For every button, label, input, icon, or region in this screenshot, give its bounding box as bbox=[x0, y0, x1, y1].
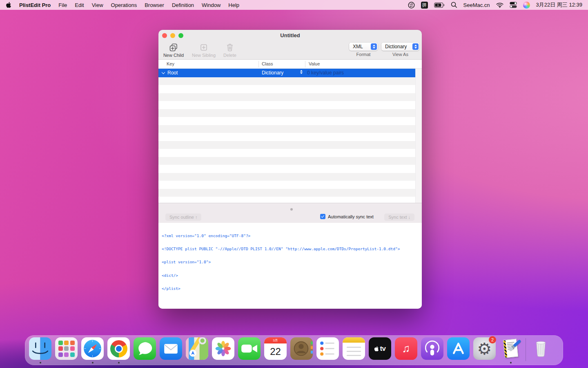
xml-line: <dict/> bbox=[162, 274, 419, 278]
menu-operations[interactable]: Operations bbox=[111, 2, 137, 8]
new-sibling-button[interactable]: New Sibling bbox=[191, 43, 217, 58]
tv-label: tv bbox=[380, 345, 385, 353]
dock-tv[interactable]: tv bbox=[369, 337, 391, 364]
disclosure-triangle-icon[interactable] bbox=[162, 71, 165, 74]
window-title: Untitled bbox=[158, 32, 422, 38]
podcasts-icon bbox=[421, 337, 443, 360]
stepper-icon bbox=[412, 43, 419, 50]
plistedit-pro-icon bbox=[499, 337, 522, 360]
dock-divider bbox=[526, 338, 526, 361]
dock-contacts[interactable] bbox=[290, 337, 313, 364]
menu-bar: PlistEdit Pro File Edit View Operations … bbox=[0, 0, 588, 10]
pinyin-input-icon[interactable]: 拼 bbox=[421, 2, 428, 9]
dock-maps[interactable] bbox=[186, 337, 208, 364]
photos-icon bbox=[212, 337, 234, 360]
finder-icon bbox=[29, 337, 51, 360]
column-header-value: Value bbox=[309, 61, 320, 66]
auto-sync-checkbox[interactable] bbox=[320, 214, 325, 219]
facetime-icon bbox=[238, 337, 261, 360]
title-bar[interactable]: Untitled bbox=[158, 30, 422, 41]
dock-notes[interactable] bbox=[343, 337, 365, 364]
xml-line: <plist version="1.0"> bbox=[162, 260, 419, 265]
view-as-dropdown[interactable]: Dictionary bbox=[381, 43, 419, 51]
dock-photos[interactable] bbox=[212, 337, 234, 364]
dock-safari[interactable] bbox=[81, 337, 104, 364]
dock-messages[interactable] bbox=[134, 337, 156, 364]
dock-calendar[interactable]: 3月 22 bbox=[264, 337, 287, 364]
dock-app-store[interactable] bbox=[447, 337, 470, 364]
xml-line: <?xml version="1.0" encoding="UTF-8"?> bbox=[162, 234, 419, 238]
apple-menu-icon[interactable] bbox=[6, 2, 11, 8]
running-indicator bbox=[510, 362, 512, 364]
new-child-button[interactable]: New Child bbox=[160, 43, 187, 58]
splitter-bar[interactable]: Sync outline ↑ Automatically sync text S… bbox=[158, 203, 422, 223]
xml-line: <!DOCTYPE plist PUBLIC "-//Apple//DTD PL… bbox=[162, 247, 419, 251]
splitter-grip-icon[interactable] bbox=[290, 208, 293, 211]
reminders-icon bbox=[316, 337, 339, 360]
search-icon[interactable] bbox=[451, 2, 457, 8]
dock-facetime[interactable] bbox=[238, 337, 261, 364]
row-class[interactable]: Dictionary bbox=[262, 70, 283, 76]
menu-window[interactable]: Window bbox=[202, 2, 220, 8]
menu-browser[interactable]: Browser bbox=[145, 2, 164, 8]
dock-podcasts[interactable] bbox=[421, 337, 443, 364]
notes-icon bbox=[343, 337, 365, 360]
class-stepper-icon[interactable] bbox=[300, 70, 303, 74]
xml-text-editor[interactable]: <?xml version="1.0" encoding="UTF-8"?> <… bbox=[158, 223, 422, 309]
launchpad-icon bbox=[55, 337, 78, 360]
outline-header: Key Class Value bbox=[158, 60, 422, 69]
dock-reminders[interactable] bbox=[316, 337, 339, 364]
messages-icon bbox=[134, 337, 156, 360]
network-name[interactable]: SeeMac.cn bbox=[463, 2, 490, 8]
view-as-group: Dictionary View As bbox=[381, 43, 419, 57]
auto-sync-label: Automatically sync text bbox=[328, 214, 374, 219]
switch-icon[interactable] bbox=[408, 2, 415, 9]
menubar-app-name[interactable]: PlistEdit Pro bbox=[19, 2, 51, 8]
scrollbar-gutter[interactable] bbox=[415, 69, 422, 203]
music-icon: ♫ bbox=[395, 337, 417, 360]
sync-outline-button[interactable]: Sync outline ↑ bbox=[165, 213, 201, 221]
safari-icon bbox=[81, 337, 104, 360]
outline-view: Key Class Value Root Dictionary 0 key/va… bbox=[158, 60, 422, 203]
dock-chrome[interactable] bbox=[107, 337, 130, 364]
sync-text-button[interactable]: Sync text ↓ bbox=[384, 213, 414, 221]
menu-view[interactable]: View bbox=[92, 2, 103, 8]
root-row[interactable]: Root Dictionary 0 key/value pairs bbox=[158, 69, 415, 77]
calendar-day: 22 bbox=[264, 343, 287, 360]
dock-launchpad[interactable] bbox=[55, 337, 78, 364]
dock-trash[interactable] bbox=[530, 337, 552, 364]
calendar-month: 3月 bbox=[264, 337, 287, 343]
new-sibling-icon bbox=[199, 43, 209, 52]
plistedit-window: Untitled New Child New Sibling Delete XM… bbox=[158, 30, 422, 309]
maps-icon bbox=[186, 337, 208, 360]
dock-music[interactable]: ♫ bbox=[395, 337, 417, 364]
menu-edit[interactable]: Edit bbox=[75, 2, 84, 8]
delete-button[interactable]: Delete bbox=[217, 43, 243, 58]
toolbar: New Child New Sibling Delete XML Format … bbox=[158, 41, 422, 60]
siri-icon[interactable] bbox=[523, 2, 530, 9]
battery-charging-icon[interactable] bbox=[434, 2, 445, 8]
column-divider[interactable] bbox=[305, 61, 305, 67]
chrome-icon bbox=[107, 337, 130, 360]
wifi-icon[interactable] bbox=[496, 2, 503, 8]
new-child-icon bbox=[169, 43, 178, 52]
desktop: PlistEdit Pro File Edit View Operations … bbox=[0, 0, 588, 368]
column-divider[interactable] bbox=[258, 61, 259, 67]
menu-file[interactable]: File bbox=[58, 2, 67, 8]
contacts-icon bbox=[290, 337, 313, 360]
dock-system-preferences[interactable]: ⚙ 2 bbox=[473, 337, 496, 364]
trash-icon bbox=[225, 43, 235, 52]
view-as-label: View As bbox=[381, 52, 419, 57]
row-value: 0 key/value pairs bbox=[307, 70, 344, 76]
menubar-clock[interactable]: 3月22日 周三 12:39 bbox=[536, 1, 582, 9]
dock: 3月 22 tv ♫ bbox=[25, 335, 563, 365]
dock-finder[interactable] bbox=[29, 337, 51, 364]
trash-icon bbox=[530, 337, 552, 360]
control-center-icon[interactable] bbox=[510, 2, 517, 8]
format-dropdown[interactable]: XML bbox=[349, 43, 378, 51]
calendar-icon: 3月 22 bbox=[264, 337, 287, 360]
menu-definition[interactable]: Definition bbox=[172, 2, 194, 8]
dock-plistedit-pro[interactable] bbox=[499, 337, 522, 364]
dock-mail[interactable] bbox=[160, 337, 182, 364]
menu-help[interactable]: Help bbox=[228, 2, 239, 8]
